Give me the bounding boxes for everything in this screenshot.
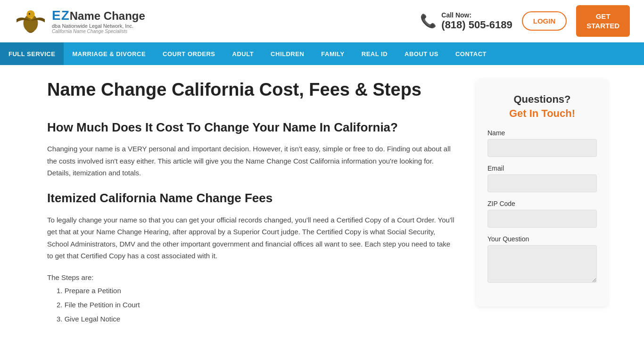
name-group: Name xyxy=(487,129,597,157)
get-started-button[interactable]: GETSTARTED xyxy=(576,5,630,37)
contact-card-subtitle: Get In Touch! xyxy=(487,107,597,120)
nav-item-children[interactable]: CHILDREN xyxy=(262,42,313,65)
question-label: Your Question xyxy=(487,235,597,243)
contact-card: Questions? Get In Touch! Name Email ZIP … xyxy=(476,79,608,306)
nav-item-court-orders[interactable]: COURT ORDERS xyxy=(154,42,223,65)
header-right: 📞 Call Now: (818) 505-6189 LOGIN GETSTAR… xyxy=(420,5,630,37)
contact-card-title: Questions? xyxy=(487,93,597,106)
step-1: Prepare a Petition xyxy=(57,285,457,296)
svg-point-4 xyxy=(29,13,30,14)
zip-group: ZIP Code xyxy=(487,200,597,228)
nav-item-real-id[interactable]: REAL ID xyxy=(353,42,396,65)
phone-icon: 📞 xyxy=(420,13,437,29)
email-label: Email xyxy=(487,165,597,172)
logo: EZ Name Change dba Nationwide Legal Netw… xyxy=(14,7,145,35)
logo-text: EZ Name Change dba Nationwide Legal Netw… xyxy=(52,8,145,34)
call-now-label: Call Now: xyxy=(441,11,512,19)
login-button[interactable]: LOGIN xyxy=(522,11,567,31)
eagle-icon xyxy=(14,7,47,35)
steps-list: Prepare a Petition File the Petition in … xyxy=(47,285,457,325)
site-header: EZ Name Change dba Nationwide Legal Netw… xyxy=(0,0,644,42)
name-input[interactable] xyxy=(487,139,597,157)
name-label: Name xyxy=(487,129,597,137)
step-3: Give Legal Notice xyxy=(57,313,457,325)
nav-item-full-service[interactable]: FULL SERVICE xyxy=(0,42,64,65)
section2-body: To legally change your name so that you … xyxy=(47,214,457,262)
section1-heading: How Much Does It Cost To Change Your Nam… xyxy=(47,120,457,136)
zip-input[interactable] xyxy=(487,210,597,228)
nav-item-about-us[interactable]: ABOUT US xyxy=(396,42,447,65)
question-textarea[interactable] xyxy=(487,245,597,283)
phone-text: Call Now: (818) 505-6189 xyxy=(441,11,512,31)
nav-item-contact[interactable]: CONTACT xyxy=(447,42,495,65)
nav-item-marriage-divorce[interactable]: MARRIAGE & DIVORCE xyxy=(64,42,154,65)
question-group: Your Question xyxy=(487,235,597,285)
logo-dba: dba Nationwide Legal Network, Inc. xyxy=(52,23,145,29)
content-area: Name Change California Cost, Fees & Step… xyxy=(47,79,457,328)
logo-specialist: California Name Change Specialists xyxy=(52,29,145,34)
phone-number: (818) 505-6189 xyxy=(441,19,512,31)
logo-name: Name Change xyxy=(70,9,145,23)
nav-item-adult[interactable]: ADULT xyxy=(224,42,263,65)
logo-ez: EZ xyxy=(52,8,70,23)
section2-heading: Itemized California Name Change Fees xyxy=(47,190,457,206)
zip-label: ZIP Code xyxy=(487,200,597,207)
email-group: Email xyxy=(487,165,597,192)
page-title: Name Change California Cost, Fees & Step… xyxy=(47,79,457,101)
steps-label: The Steps are: xyxy=(47,273,457,281)
main-nav: FULL SERVICE MARRIAGE & DIVORCE COURT OR… xyxy=(0,42,644,65)
sidebar: Questions? Get In Touch! Name Email ZIP … xyxy=(476,79,608,328)
step-2: File the Petition in Court xyxy=(57,299,457,311)
email-input[interactable] xyxy=(487,174,597,192)
main-wrapper: Name Change California Cost, Fees & Step… xyxy=(0,65,644,342)
nav-item-family[interactable]: FAMILY xyxy=(313,42,353,65)
phone-block: 📞 Call Now: (818) 505-6189 xyxy=(420,11,512,31)
section1-body: Changing your name is a VERY personal an… xyxy=(47,143,457,179)
